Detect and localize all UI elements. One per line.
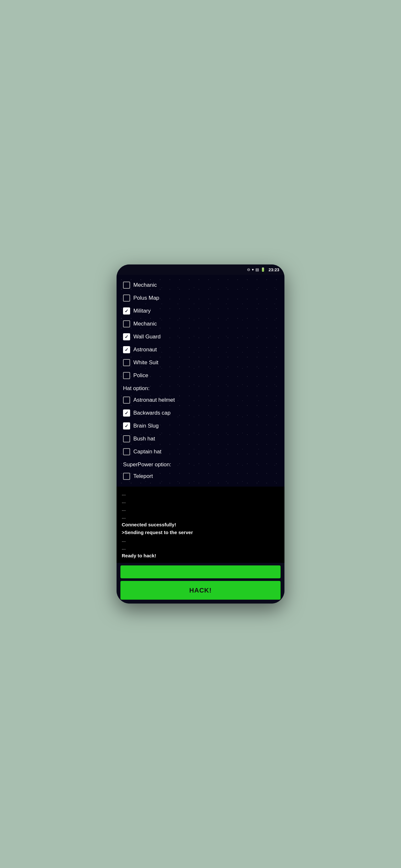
checkbox-astronaut-helmet[interactable] xyxy=(123,397,130,404)
checkbox-label-brain-slug: Brain Slug xyxy=(133,423,158,429)
checkbox-polus-map[interactable] xyxy=(123,294,130,302)
phone-frame: ⊖ ▾ ▤ 🔋 23:23 MechanicPolus MapMilitaryM… xyxy=(117,265,284,603)
checkbox-captain-hat[interactable] xyxy=(123,448,130,455)
console-dots-3: ... xyxy=(122,505,279,513)
superpower-section-label: SuperPower option: xyxy=(122,458,279,470)
console-dots-6: ... xyxy=(122,544,279,552)
progress-bar-container xyxy=(120,565,281,578)
hat-section-label: Hat option: xyxy=(122,382,279,394)
checkbox-row-captain-hat[interactable]: Captain hat xyxy=(122,445,279,458)
superpower-section: Teleport xyxy=(122,470,279,483)
console-area: ... ... ... ... Connected sucessfully! >… xyxy=(117,487,284,563)
bottom-area: HACK! xyxy=(117,563,284,603)
checkbox-bush-hat[interactable] xyxy=(123,435,130,442)
wifi-icon: ▾ xyxy=(252,268,254,272)
checkbox-row-white-suit[interactable]: White Suit xyxy=(122,356,279,369)
checkbox-white-suit[interactable] xyxy=(123,359,130,366)
progress-bar-fill xyxy=(120,565,281,578)
checkbox-brain-slug[interactable] xyxy=(123,423,130,430)
checkbox-label-captain-hat: Captain hat xyxy=(133,448,161,455)
scroll-area[interactable]: MechanicPolus MapMilitaryMechanicWall Gu… xyxy=(117,275,284,487)
console-sending: >Sending request to the server xyxy=(122,529,279,536)
checkbox-row-teleport[interactable]: Teleport xyxy=(122,470,279,483)
checkbox-label-white-suit: White Suit xyxy=(133,360,158,366)
hack-button[interactable]: HACK! xyxy=(120,581,281,600)
checkbox-backwards-cap[interactable] xyxy=(123,409,130,416)
battery-icon: 🔋 xyxy=(260,268,266,272)
checkbox-label-astronaut-helmet: Astronaut helmet xyxy=(133,397,175,403)
console-dots-2: ... xyxy=(122,498,279,505)
checkbox-label-teleport: Teleport xyxy=(133,473,153,479)
checkbox-row-bush-hat[interactable]: Bush hat xyxy=(122,432,279,445)
checkbox-label-military: Military xyxy=(133,308,151,314)
checkbox-row-astronaut[interactable]: Astronaut xyxy=(122,343,279,356)
checkbox-police[interactable] xyxy=(123,372,130,379)
hat-section: Astronaut helmetBackwards capBrain SlugB… xyxy=(122,394,279,458)
checkbox-label-mechanic1: Mechanic xyxy=(133,282,157,288)
checkbox-row-brain-slug[interactable]: Brain Slug xyxy=(122,420,279,432)
checkbox-row-wall-guard[interactable]: Wall Guard xyxy=(122,330,279,343)
checkbox-military[interactable] xyxy=(123,307,130,314)
checkbox-row-polus-map[interactable]: Polus Map xyxy=(122,291,279,305)
checkbox-teleport[interactable] xyxy=(123,473,130,480)
signal-icon: ▤ xyxy=(255,268,259,272)
console-ready: Ready to hack! xyxy=(122,552,279,560)
checkbox-row-mechanic2[interactable]: Mechanic xyxy=(122,317,279,330)
checkbox-label-wall-guard: Wall Guard xyxy=(133,334,160,340)
checkbox-label-bush-hat: Bush hat xyxy=(133,436,155,442)
checkbox-row-astronaut-helmet[interactable]: Astronaut helmet xyxy=(122,394,279,407)
checkbox-label-astronaut: Astronaut xyxy=(133,346,157,353)
checkbox-mechanic1[interactable] xyxy=(123,282,130,289)
status-icons: ⊖ ▾ ▤ 🔋 xyxy=(247,268,266,272)
mute-icon: ⊖ xyxy=(247,268,250,272)
status-time: 23:23 xyxy=(269,268,279,272)
console-dots-1: ... xyxy=(122,490,279,498)
checkbox-label-police: Police xyxy=(133,372,148,379)
checkbox-row-backwards-cap[interactable]: Backwards cap xyxy=(122,407,279,420)
checkbox-row-mechanic1[interactable]: Mechanic xyxy=(122,279,279,291)
checkbox-label-polus-map: Polus Map xyxy=(133,295,159,301)
status-bar: ⊖ ▾ ▤ 🔋 23:23 xyxy=(117,265,284,275)
checkbox-label-backwards-cap: Backwards cap xyxy=(133,410,171,416)
checkbox-mechanic2[interactable] xyxy=(123,320,130,328)
console-dots-4: ... xyxy=(122,513,279,521)
checkbox-row-police[interactable]: Police xyxy=(122,369,279,382)
checkbox-label-mechanic2: Mechanic xyxy=(133,321,157,327)
console-connected: Connected sucessfully! xyxy=(122,521,279,529)
checkbox-row-military[interactable]: Military xyxy=(122,305,279,317)
skin-section: MechanicPolus MapMilitaryMechanicWall Gu… xyxy=(122,279,279,382)
checkbox-astronaut[interactable] xyxy=(123,346,130,353)
checkbox-wall-guard[interactable] xyxy=(123,333,130,340)
console-dots-5: ... xyxy=(122,536,279,544)
